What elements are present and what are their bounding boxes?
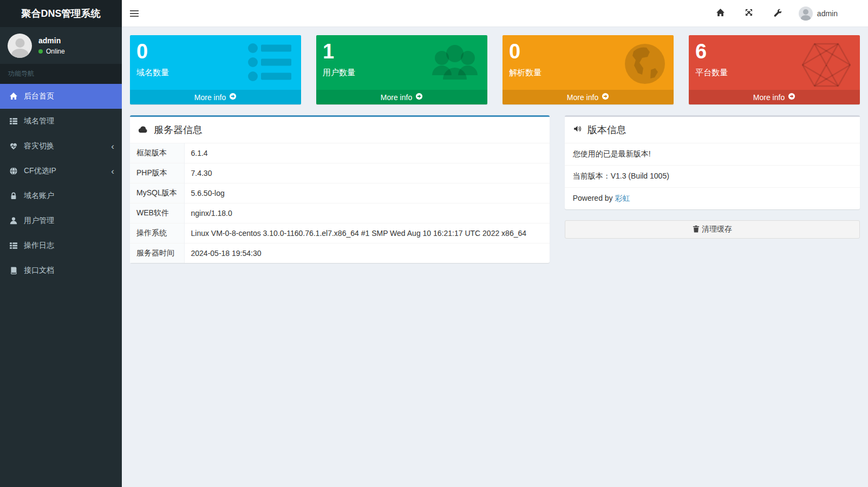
sidebar-item-label: CF优选IP xyxy=(24,166,56,176)
arrow-circle-right-icon xyxy=(788,93,795,102)
server-info-table: 框架版本 6.1.4 PHP版本 7.4.30 MySQL版本 5.6.50-l… xyxy=(130,143,550,263)
server-info-title: 服务器信息 xyxy=(154,123,203,136)
more-info-link[interactable]: More info xyxy=(130,90,301,104)
settings-button[interactable] xyxy=(763,0,791,27)
chevron-left-icon: ‹ xyxy=(111,167,114,176)
sidebar-item-domain-management[interactable]: 域名管理 xyxy=(0,109,122,134)
chevron-left-icon: ‹ xyxy=(111,142,114,151)
more-info-link[interactable]: More info xyxy=(316,90,487,104)
arrow-circle-right-icon xyxy=(229,93,237,102)
sidebar: 聚合DNS管理系统 admin Online 功能导航 后台首页 域名管理 xyxy=(0,0,122,487)
version-info-header: 版本信息 xyxy=(565,117,860,143)
more-info-label: More info xyxy=(381,93,412,102)
sidebar-item-api-docs[interactable]: 接口文档 xyxy=(0,258,122,283)
version-current-text: 当前版本：V1.3 (Build 1005) xyxy=(565,165,860,187)
table-row: MySQL版本 5.6.50-log xyxy=(130,183,550,203)
stat-box-users: 1 用户数量 More info xyxy=(316,35,487,104)
sidebar-item-operation-logs[interactable]: 操作日志 xyxy=(0,233,122,258)
sidebar-item-dashboard[interactable]: 后台首页 xyxy=(0,84,122,109)
sidebar-item-domain-accounts[interactable]: 域名账户 xyxy=(0,183,122,208)
version-info-panel: 版本信息 您使用的已是最新版本! 当前版本：V1.3 (Build 1005) … xyxy=(565,115,860,209)
version-latest-text: 您使用的已是最新版本! xyxy=(565,143,860,165)
more-info-link[interactable]: More info xyxy=(689,90,860,104)
sidebar-item-label: 容灾切换 xyxy=(24,141,54,151)
table-row: WEB软件 nginx/1.18.0 xyxy=(130,203,550,223)
cloud-icon xyxy=(138,124,148,136)
globe-icon xyxy=(8,167,19,175)
top-navbar: admin xyxy=(122,0,868,27)
version-info-title: 版本信息 xyxy=(588,123,626,136)
avatar xyxy=(8,34,32,58)
row-label: WEB软件 xyxy=(130,203,184,223)
stat-boxes-row: 0 域名数量 More info 1 用户数量 xyxy=(122,35,867,115)
home-icon xyxy=(8,92,19,101)
row-value: 2024-05-18 19:54:30 xyxy=(184,244,550,264)
home-icon xyxy=(716,8,725,19)
row-value: 7.4.30 xyxy=(184,163,550,183)
app-logo[interactable]: 聚合DNS管理系统 xyxy=(0,0,122,27)
powered-by: Powered by 彩虹 xyxy=(565,187,860,209)
sidebar-section-label: 功能导航 xyxy=(0,64,122,84)
list-icon xyxy=(247,42,295,83)
list-icon xyxy=(8,117,19,126)
heartbeat-icon xyxy=(8,142,19,150)
sidebar-toggle-button[interactable] xyxy=(122,0,146,27)
sidebar-item-label: 操作日志 xyxy=(24,241,54,251)
globe-icon xyxy=(623,42,667,86)
avatar xyxy=(799,6,813,21)
row-label: 服务器时间 xyxy=(130,244,184,264)
stat-box-platforms: 6 平台数量 More info xyxy=(689,35,860,104)
sidebar-item-failover[interactable]: 容灾切换 ‹ xyxy=(0,134,122,159)
row-label: 框架版本 xyxy=(130,143,184,163)
server-info-header: 服务器信息 xyxy=(130,117,550,143)
arrow-circle-right-icon xyxy=(415,93,423,102)
powered-by-link[interactable]: 彩虹 xyxy=(615,194,630,202)
row-label: PHP版本 xyxy=(130,163,184,183)
row-value: 6.1.4 xyxy=(184,143,550,163)
network-icon xyxy=(799,42,853,88)
row-label: MySQL版本 xyxy=(130,183,184,203)
row-value: Linux VM-0-8-centos 3.10.0-1160.76.1.el7… xyxy=(184,223,550,244)
more-info-link[interactable]: More info xyxy=(502,90,674,104)
sidebar-item-label: 用户管理 xyxy=(24,216,54,226)
fullscreen-icon xyxy=(745,8,753,18)
wrench-icon xyxy=(773,8,781,18)
stat-box-records: 0 解析数量 More info xyxy=(502,35,674,104)
more-info-label: More info xyxy=(194,93,226,102)
clear-cache-button[interactable]: 清理缓存 xyxy=(565,220,860,239)
sidebar-item-cf-ip[interactable]: CF优选IP ‹ xyxy=(0,159,122,183)
table-row: 框架版本 6.1.4 xyxy=(130,143,550,163)
home-button[interactable] xyxy=(706,0,735,27)
table-row: 服务器时间 2024-05-18 19:54:30 xyxy=(130,244,550,264)
sidebar-item-label: 接口文档 xyxy=(24,266,54,275)
sidebar-item-label: 域名管理 xyxy=(24,116,54,126)
stat-box-domains: 0 域名数量 More info xyxy=(130,35,301,104)
user-icon xyxy=(8,216,19,225)
user-menu[interactable]: admin xyxy=(791,0,840,27)
navbar-username: admin xyxy=(817,9,838,18)
trash-icon xyxy=(693,225,700,234)
sidebar-item-user-management[interactable]: 用户管理 xyxy=(0,208,122,233)
table-row: PHP版本 7.4.30 xyxy=(130,163,550,183)
row-label: 操作系统 xyxy=(130,223,184,244)
table-row: 操作系统 Linux VM-0-8-centos 3.10.0-1160.76.… xyxy=(130,223,550,244)
arrow-circle-right-icon xyxy=(602,93,609,102)
sidebar-username: admin xyxy=(38,36,65,45)
powered-by-label: Powered by xyxy=(573,194,615,202)
sidebar-user-panel: admin Online xyxy=(0,27,122,64)
sidebar-menu: 后台首页 域名管理 容灾切换 ‹ CF优选IP ‹ 域名账户 xyxy=(0,84,122,283)
online-label: Online xyxy=(46,48,65,55)
row-value: nginx/1.18.0 xyxy=(184,203,550,223)
online-dot-icon xyxy=(38,49,43,54)
sidebar-item-label: 后台首页 xyxy=(24,91,54,101)
list-icon xyxy=(8,241,19,250)
clear-cache-label: 清理缓存 xyxy=(702,225,732,234)
fullscreen-button[interactable] xyxy=(735,0,763,27)
users-icon xyxy=(429,42,481,85)
sidebar-user-status: Online xyxy=(38,48,65,55)
volume-icon xyxy=(573,124,582,136)
server-info-panel: 服务器信息 框架版本 6.1.4 PHP版本 7.4.30 MySQL版本 5.… xyxy=(130,115,550,263)
lock-icon xyxy=(8,192,19,200)
sidebar-item-label: 域名账户 xyxy=(24,191,54,201)
row-value: 5.6.50-log xyxy=(184,183,550,203)
